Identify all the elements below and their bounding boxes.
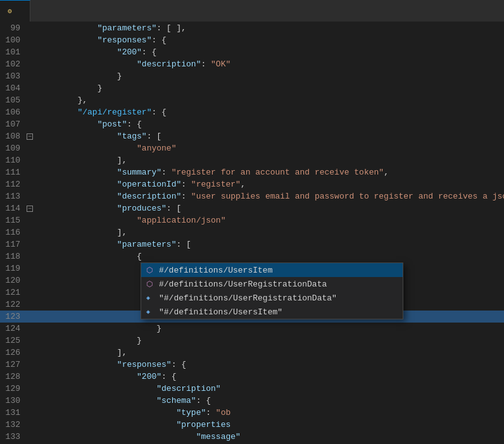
line-number: 116 <box>0 226 27 238</box>
line-number: 103 <box>0 70 27 82</box>
line-content: "type": "ob <box>35 407 504 419</box>
line-number: 108 <box>0 130 27 142</box>
line-content: "description" <box>35 383 504 395</box>
editor: 99 "parameters": [ ],100 "responses": {1… <box>0 22 504 444</box>
autocomplete-dropdown: ⬡#/definitions/UsersItem⬡#/definitions/U… <box>141 262 403 319</box>
line-content: "application/json" <box>35 214 504 226</box>
token: ], <box>117 228 127 237</box>
code-line: 100 "responses": { <box>0 34 504 46</box>
line-number: 110 <box>0 154 27 166</box>
token: "post" <box>98 120 127 129</box>
line-content: "summary": "register for an account and … <box>35 166 504 178</box>
line-content: "properties <box>35 419 504 431</box>
code-line: 124 } <box>0 323 504 335</box>
line-content: "post": { <box>35 118 504 130</box>
code-line: 113 "description": "user supplies email … <box>0 190 504 202</box>
token: "register" <box>191 180 241 189</box>
line-number: 118 <box>0 250 27 262</box>
token: "parameters" <box>117 240 177 249</box>
code-line: 114− "produces": [ <box>0 202 504 214</box>
token: "type" <box>176 408 206 417</box>
line-number: 125 <box>0 335 27 347</box>
code-line: 115 "application/json" <box>0 214 504 226</box>
token: "/api/register" <box>77 108 151 117</box>
token: "description" <box>137 59 201 69</box>
fold-gutter: − <box>27 202 35 214</box>
code-line: 112 "operationId": "register", <box>0 178 504 190</box>
code-line: 128 "200": { <box>0 371 504 383</box>
token: , <box>384 168 389 177</box>
token: : [ <box>147 132 161 141</box>
token: "application/json" <box>137 216 225 225</box>
line-number: 111 <box>0 166 27 178</box>
line-number: 106 <box>0 106 27 118</box>
token: "register for an account and receive tok… <box>172 168 384 177</box>
token: { <box>137 252 142 261</box>
token: "operationId" <box>117 180 181 189</box>
line-content: ], <box>35 154 504 166</box>
autocomplete-item[interactable]: ◈"#/definitions/UserRegistrationData" <box>141 291 403 305</box>
code-line: 105 }, <box>0 94 504 106</box>
token: "description" <box>117 192 181 201</box>
token: : <box>201 59 211 69</box>
token: : <box>206 408 216 417</box>
token: "summary" <box>117 168 161 177</box>
autocomplete-item[interactable]: ◈"#/definitions/UsersItem" <box>141 305 403 319</box>
code-line: 103 } <box>0 70 504 82</box>
fold-icon[interactable]: − <box>27 206 33 212</box>
code-line: 99 "parameters": [ ], <box>0 22 504 34</box>
code-line: 106 "/api/register": { <box>0 106 504 118</box>
line-content: "anyone" <box>35 142 504 154</box>
token: "message" <box>196 432 241 441</box>
token: }, <box>77 96 87 105</box>
snippet-icon: ◈ <box>146 308 155 316</box>
token: : [ <box>167 204 181 213</box>
code-line: 102 "description": "OK" <box>0 58 504 70</box>
line-content: ], <box>35 226 504 238</box>
line-content: "schema": { <box>35 395 504 407</box>
token: } <box>156 324 161 333</box>
autocomplete-item-text: "#/definitions/UsersItem" <box>159 307 282 317</box>
token: ], <box>117 348 127 357</box>
tab-pixibasic[interactable]: ⚙ <box>0 0 30 22</box>
token: "OK" <box>211 59 230 69</box>
autocomplete-item-text: "#/definitions/UserRegistrationData" <box>159 293 337 303</box>
token: : { <box>151 108 166 117</box>
line-content: } <box>35 70 504 82</box>
token: "properties <box>176 420 230 429</box>
line-number: 120 <box>0 274 27 287</box>
line-number: 126 <box>0 347 27 359</box>
code-line: 125 } <box>0 335 504 347</box>
line-content: "200": { <box>35 371 504 383</box>
code-line: 132 "properties <box>0 419 504 431</box>
fold-icon[interactable]: − <box>27 133 33 140</box>
token: } <box>117 71 122 81</box>
code-line: 118 { <box>0 250 504 262</box>
code-area[interactable]: 99 "parameters": [ ],100 "responses": {1… <box>0 22 504 444</box>
autocomplete-item-text: #/definitions/UserRegistrationData <box>159 280 327 289</box>
fold-gutter: − <box>27 130 35 142</box>
line-number: 100 <box>0 34 27 46</box>
line-number: 99 <box>0 22 27 34</box>
line-content: "responses": { <box>35 34 504 46</box>
snippet-icon: ◈ <box>146 294 155 302</box>
line-number: 115 <box>0 214 27 226</box>
code-line: 109 "anyone" <box>0 142 504 154</box>
token: : { <box>196 396 211 405</box>
token: "user supplies email and password to reg… <box>191 192 504 201</box>
line-number: 112 <box>0 178 27 190</box>
autocomplete-item[interactable]: ⬡#/definitions/UserRegistrationData <box>141 277 403 291</box>
token: : [ <box>176 240 191 249</box>
line-number: 113 <box>0 190 27 202</box>
line-content: "parameters": [ <box>35 238 504 250</box>
token: "200" <box>117 47 142 57</box>
line-number: 107 <box>0 118 27 130</box>
autocomplete-item[interactable]: ⬡#/definitions/UsersItem <box>141 263 403 277</box>
line-content: }, <box>35 94 504 106</box>
line-number: 117 <box>0 238 27 250</box>
code-line: 101 "200": { <box>0 46 504 58</box>
code-line: 127 "responses": { <box>0 359 504 371</box>
code-line: 104 } <box>0 82 504 94</box>
line-number: 128 <box>0 371 27 383</box>
line-number: 131 <box>0 407 27 419</box>
